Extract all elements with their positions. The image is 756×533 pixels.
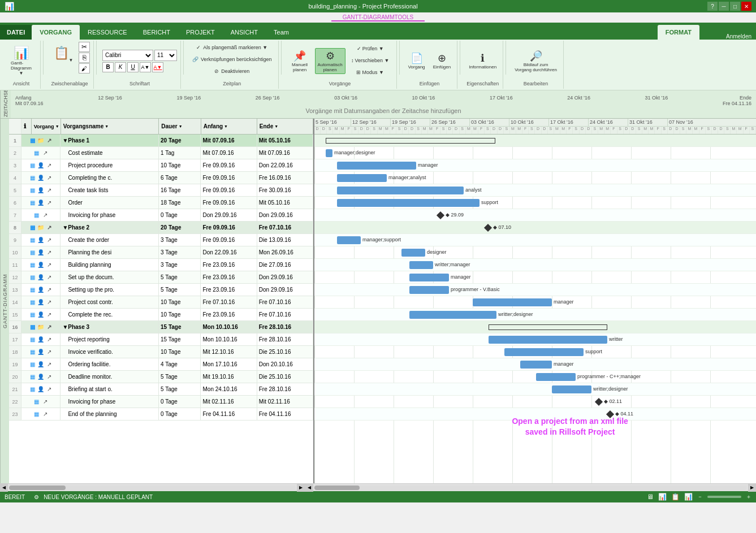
task-duration[interactable]: 0 Tage: [159, 209, 201, 221]
task-duration[interactable]: 10 Tage: [159, 346, 201, 358]
tab-projekt[interactable]: PROJEKT: [178, 25, 223, 40]
gantt-bar[interactable]: [409, 286, 449, 294]
status-icon4[interactable]: 📊: [684, 493, 693, 501]
zoom-in[interactable]: ＋: [746, 493, 751, 501]
task-duration[interactable]: 15 Tage: [159, 321, 201, 333]
scroll-left-table[interactable]: ◀: [0, 484, 8, 492]
task-start[interactable]: Mit 07.09.16: [201, 135, 257, 146]
table-row[interactable]: 6 ▦👤↗ Order 18 Tage Fre 09.09.16 Mit 05.…: [9, 197, 313, 209]
task-end[interactable]: Don 20.10.16: [257, 358, 313, 370]
task-name[interactable]: Setting up the pro.: [61, 284, 159, 296]
table-row[interactable]: 5 ▦👤↗ Create task lists 16 Tage Fre 09.0…: [9, 184, 313, 197]
gantt-bar[interactable]: [337, 187, 464, 194]
task-end[interactable]: Fre 07.10.16: [257, 309, 313, 320]
gantt-bar[interactable]: [504, 348, 584, 356]
maximize-button[interactable]: □: [730, 2, 740, 11]
task-name[interactable]: Create the order: [61, 234, 159, 246]
task-start[interactable]: Mit 19.10.16: [201, 371, 257, 383]
task-name[interactable]: Complete the rec.: [61, 309, 159, 320]
table-row[interactable]: 16 ▦📁↗ ▼ Phase 3 15 Tage Mon 10.10.16 Fr…: [9, 321, 313, 333]
cut-btn[interactable]: ✂: [79, 42, 90, 52]
table-row[interactable]: 1 ▦📁↗ ▼ Phase 1 20 Tage Mit 07.09.16 Mit…: [9, 135, 313, 147]
task-start[interactable]: Mon 17.10.16: [201, 358, 257, 370]
task-name[interactable]: Set up the docum.: [61, 271, 159, 283]
gantt-diagram-btn[interactable]: 📊 Gantt-Diagramm ▼: [6, 44, 37, 77]
table-row[interactable]: 2 ▦↗ Cost estimate 1 Tag Mit 07.09.16 Mi…: [9, 147, 313, 159]
table-row[interactable]: 12 ▦👤↗ Set up the docum. 5 Tage Fre 23.0…: [9, 271, 313, 284]
col-info[interactable]: ℹ: [21, 119, 32, 134]
italic-btn[interactable]: K: [115, 62, 126, 72]
tab-vorgang[interactable]: VORGANG: [32, 25, 80, 40]
task-start[interactable]: Mit 12.10.16: [201, 346, 257, 358]
task-duration[interactable]: 5 Tage: [159, 371, 201, 383]
task-duration[interactable]: 5 Tage: [159, 271, 201, 283]
task-start[interactable]: Don 29.09.16: [201, 209, 257, 221]
scroll-left-gantt[interactable]: ◀: [305, 484, 313, 492]
table-row[interactable]: 8 ▦📁↗ ▼ Phase 2 20 Tage Fre 09.09.16 Fre…: [9, 222, 313, 234]
status-icon3[interactable]: 📋: [671, 493, 680, 501]
task-start[interactable]: Don 22.09.16: [201, 246, 257, 258]
task-name[interactable]: Deadline monitor.: [61, 371, 159, 383]
gantt-bar[interactable]: [337, 199, 479, 207]
tab-format[interactable]: FORMAT: [658, 25, 699, 40]
task-end[interactable]: Fre 16.09.16: [257, 172, 313, 184]
task-end[interactable]: Don 22.09.16: [257, 159, 313, 171]
table-row[interactable]: 22 ▦↗ Invoicing for phase 0 Tage Mit 02.…: [9, 396, 313, 408]
task-end[interactable]: Mon 26.09.16: [257, 246, 313, 258]
task-name[interactable]: Project cost contr.: [61, 296, 159, 308]
task-name[interactable]: Invoicing for phase: [61, 396, 159, 408]
gantt-bar[interactable]: [536, 373, 576, 381]
task-end[interactable]: Die 25.10.16: [257, 346, 313, 358]
format-painter-btn[interactable]: 🖌: [79, 63, 90, 73]
gantt-bar[interactable]: [520, 361, 552, 369]
task-name[interactable]: Planning the desi: [61, 246, 159, 258]
zoom-out[interactable]: －: [697, 493, 703, 501]
gantt-bar[interactable]: [552, 385, 591, 393]
task-name[interactable]: End of the planning: [61, 408, 159, 420]
table-row[interactable]: 4 ▦👤↗ Completing the c. 6 Tage Fre 09.09…: [9, 172, 313, 184]
gantt-bar[interactable]: [409, 261, 433, 269]
table-row[interactable]: 11 ▦👤↗ Building planning 3 Tage Fre 23.0…: [9, 259, 313, 271]
als-planmaessig-btn[interactable]: ✓ Als plangemäß markieren ▼: [193, 42, 270, 53]
task-name[interactable]: Completing the c.: [61, 172, 159, 184]
task-duration[interactable]: 3 Tage: [159, 234, 201, 246]
table-row[interactable]: 3 ▦👤↗ Project procedure 10 Tage Fre 09.0…: [9, 159, 313, 172]
task-start[interactable]: Mon 10.10.16: [201, 321, 257, 333]
task-name[interactable]: Ordering facilitie.: [61, 358, 159, 370]
task-end[interactable]: Don 29.09.16: [257, 271, 313, 283]
task-name[interactable]: ▼ Phase 1: [61, 135, 159, 146]
task-end[interactable]: Mit 05.10.16: [257, 135, 313, 146]
copy-btn[interactable]: ⎘: [79, 53, 90, 63]
scroll-right-table[interactable]: ▶: [297, 484, 305, 492]
task-start[interactable]: Mon 24.10.16: [201, 383, 257, 395]
gantt-bar[interactable]: [337, 236, 361, 244]
task-duration[interactable]: 20 Tage: [159, 135, 201, 146]
gantt-bar[interactable]: [337, 174, 387, 182]
gantt-bar[interactable]: [489, 336, 607, 344]
gantt-bar[interactable]: [326, 149, 332, 157]
status-icon1[interactable]: 🖥: [647, 493, 654, 501]
table-row[interactable]: 14 ▦👤↗ Project cost contr. 10 Tage Fre 0…: [9, 296, 313, 309]
manuell-planen-btn[interactable]: 📌 Manuellplanen: [287, 48, 313, 74]
table-row[interactable]: 18 ▦👤↗ Invoice verificatio. 10 Tage Mit …: [9, 346, 313, 358]
task-duration[interactable]: 15 Tage: [159, 333, 201, 345]
task-start[interactable]: Fre 23.09.16: [201, 271, 257, 283]
task-duration[interactable]: 0 Tage: [159, 408, 201, 420]
tab-datei[interactable]: DATEI: [0, 25, 32, 40]
task-duration[interactable]: 0 Tage: [159, 396, 201, 408]
task-end[interactable]: Fre 07.10.16: [257, 222, 313, 233]
task-end[interactable]: Die 13.09.16: [257, 234, 313, 246]
task-duration[interactable]: 16 Tage: [159, 184, 201, 196]
table-row[interactable]: 20 ▦👤↗ Deadline monitor. 5 Tage Mit 19.1…: [9, 371, 313, 383]
task-name[interactable]: Briefing at start o.: [61, 383, 159, 395]
bold-btn[interactable]: B: [102, 62, 114, 72]
table-row[interactable]: 15 ▦👤↗ Complete the rec. 10 Tage Fre 23.…: [9, 309, 313, 321]
task-end[interactable]: Don 29.09.16: [257, 209, 313, 221]
col-dauer[interactable]: Dauer ▼: [159, 119, 201, 134]
task-duration[interactable]: 5 Tage: [159, 284, 201, 296]
task-name[interactable]: ▼ Phase 2: [61, 222, 159, 233]
gantt-bar[interactable]: [409, 274, 449, 281]
verschieben-btn[interactable]: ↕ Verschieben ▼: [348, 55, 393, 66]
task-name[interactable]: Invoicing for phase: [61, 209, 159, 221]
task-end[interactable]: Don 29.09.16: [257, 284, 313, 296]
